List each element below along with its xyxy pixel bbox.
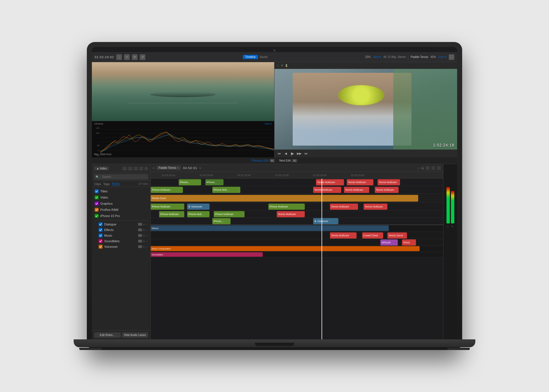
more-icon[interactable] (144, 167, 148, 171)
soundbites-meter[interactable] (138, 240, 142, 242)
tab-tags[interactable]: Tags (103, 182, 110, 186)
role-item-voiceover[interactable]: Voiceover ≡ ○ (92, 244, 150, 249)
viewer-icon-2[interactable]: ⚙ (281, 64, 283, 67)
edit-roles-btn[interactable]: Edit Roles... (94, 332, 121, 338)
iphone15-checkbox[interactable] (95, 214, 99, 218)
soundbites-eq[interactable]: ≡ (143, 240, 145, 243)
clip-tennis-8[interactable]: Tennis Multicam (364, 204, 387, 210)
role-item-dialogue[interactable]: Dialogue ≡ ○ (92, 221, 150, 227)
clip-music[interactable]: Music Composition (151, 246, 420, 251)
dialogue-eq[interactable]: ≡ (143, 223, 145, 226)
role-item-soundbites[interactable]: Soundbites ≡ ○ (92, 238, 150, 244)
clip-iphone-9[interactable]: iPhone Multicam (214, 211, 245, 217)
fullscreen-icon[interactable]: ⛶ (449, 54, 454, 60)
dialogue-circle[interactable]: ○ (146, 223, 148, 226)
nav-left-arrow[interactable]: ‹ (153, 166, 154, 170)
role-item-titles[interactable]: Titles (92, 188, 150, 194)
clip-iphone-8[interactable]: iPhone Muli... (187, 211, 210, 217)
role-item-iphone15[interactable]: iPhone 15 Pro (92, 213, 150, 219)
sort-icon[interactable] (139, 167, 143, 171)
clip-tennis-1[interactable]: Tennis Multicam (316, 179, 344, 185)
search-input[interactable] (100, 175, 146, 179)
clip-iphone-2[interactable]: iPhone... (205, 179, 224, 185)
clip-whoosh[interactable]: Whoosh (380, 239, 398, 246)
role-item-music[interactable]: Music ≡ ○ (92, 233, 150, 238)
clip-iphone-5[interactable]: iPhone Multicam (151, 204, 184, 210)
role-item-video[interactable]: Video (92, 194, 150, 200)
voiceover-circle[interactable]: ○ (146, 245, 148, 248)
clip-iphone-1[interactable]: iPhone... (179, 179, 201, 185)
voiceover-meter[interactable] (138, 245, 142, 248)
music-circle[interactable]: ○ (146, 234, 148, 237)
grid-icon[interactable] (128, 167, 132, 171)
timeline-audio-icon[interactable]: ♪ (418, 167, 420, 169)
tab-roles[interactable]: Roles (112, 182, 120, 186)
voiceover-checkbox[interactable] (99, 245, 103, 249)
play-icon[interactable]: ▶ (290, 151, 295, 156)
filter-icon[interactable] (134, 167, 138, 171)
clip-voiceover-1[interactable]: ⊕ Voiceover (187, 204, 210, 210)
clip-iphone-6[interactable]: iPhone Multicam (268, 204, 305, 210)
view-button-right[interactable]: View ▾ (438, 55, 446, 59)
scope-view-btn[interactable]: View ▾ (264, 122, 272, 125)
tab-clips[interactable]: Clips (94, 182, 101, 186)
role-item-effects[interactable]: Effects ≡ ○ (92, 227, 150, 233)
music-meter[interactable] (138, 234, 142, 237)
soundbites-checkbox[interactable] (99, 239, 103, 243)
timeline-fullscreen-icon[interactable] (437, 166, 441, 170)
timeline-headphones-icon[interactable]: 🎧 (421, 167, 424, 169)
role-item-prores[interactable]: ProRes RAW (92, 207, 150, 213)
dialogue-meter[interactable] (138, 223, 142, 226)
effects-checkbox[interactable] (99, 228, 103, 232)
video-checkbox[interactable] (95, 195, 99, 199)
clip-tennis-6[interactable]: Tennis Multicam (375, 187, 399, 193)
effects-circle[interactable]: ○ (146, 228, 148, 232)
clip-iphone-4[interactable]: iPhone Muli... (212, 187, 240, 193)
viewer-icon-1[interactable]: ⬚ (277, 64, 279, 67)
clip-iphone-7[interactable]: iPhone Multicam (159, 211, 184, 217)
clip-shout[interactable]: Shout (402, 239, 416, 246)
nav-right-arrow[interactable]: › (199, 166, 201, 170)
titles-checkbox[interactable] (95, 189, 99, 193)
clip-soundbites[interactable]: Soundbites (151, 252, 263, 257)
clip-tennis-2[interactable]: Tennis Multicam (347, 179, 373, 185)
clip-tennis-7[interactable]: Tennis Multicam (330, 204, 358, 210)
next-frame-icon[interactable]: ▶▶ (297, 151, 301, 156)
music-checkbox[interactable] (99, 234, 103, 237)
timeline-layout-icon[interactable] (431, 166, 435, 170)
transform-icon[interactable]: ⟳ (132, 54, 138, 60)
next-edit-btn[interactable]: Next Edit ⌘] (279, 159, 297, 162)
history-icon[interactable]: ↺ (140, 54, 145, 60)
viewer-icon-3[interactable]: ⌛ (285, 64, 288, 67)
prev-frame-icon[interactable]: ◀ (283, 151, 288, 156)
clip-tennis-serve[interactable]: Tennis Serve (387, 232, 407, 239)
voiceover-eq[interactable]: ≡ (143, 245, 145, 248)
import-icon[interactable]: ↓ (116, 54, 122, 60)
timeline-view-icon[interactable] (426, 166, 430, 170)
effects-eq[interactable]: ≡ (143, 228, 145, 232)
prev-edit-btn[interactable]: Previous Edit ⌘[ (252, 159, 275, 162)
clip-crowd[interactable]: Crowd Cheer (362, 232, 383, 239)
hide-audio-btn[interactable]: Hide Audio Lanes (122, 332, 148, 338)
music-eq[interactable]: ≡ (143, 234, 145, 237)
skip-forward-icon[interactable]: ⏭ (304, 151, 308, 156)
clip-court[interactable]: Tennis Court (151, 195, 418, 202)
clip-iphone-10[interactable]: iPhone... (212, 218, 231, 224)
nav-dropdown-arrow[interactable]: ▾ (177, 166, 179, 169)
view-button-left[interactable]: View ▾ (373, 55, 381, 59)
prores-checkbox[interactable] (95, 208, 99, 212)
clip-tennis-4[interactable]: Tennis Multicam (313, 187, 341, 193)
soundbites-circle[interactable]: ○ (146, 240, 148, 243)
clip-tennis-audio-1[interactable]: Tennis Multicam (330, 232, 357, 239)
list-icon[interactable] (122, 167, 127, 171)
clip-iphone-3[interactable]: iPhone Multicam (151, 187, 183, 193)
clip-tennis-5[interactable]: Tennis Multicam (344, 187, 369, 193)
clip-tennis-9[interactable]: Tennis Multicam (277, 211, 305, 217)
clip-voiceover-2[interactable]: ⊕ Voiceover (313, 218, 338, 224)
effects-meter[interactable] (138, 228, 142, 231)
skip-back-icon[interactable]: ⏮ (277, 151, 281, 156)
clip-tennis-3[interactable]: Tennis Multicam (378, 179, 400, 185)
index-btn[interactable]: ▲ Index (94, 166, 109, 171)
dialogue-checkbox[interactable] (99, 222, 103, 226)
cut-icon[interactable]: ✂ (124, 54, 130, 60)
